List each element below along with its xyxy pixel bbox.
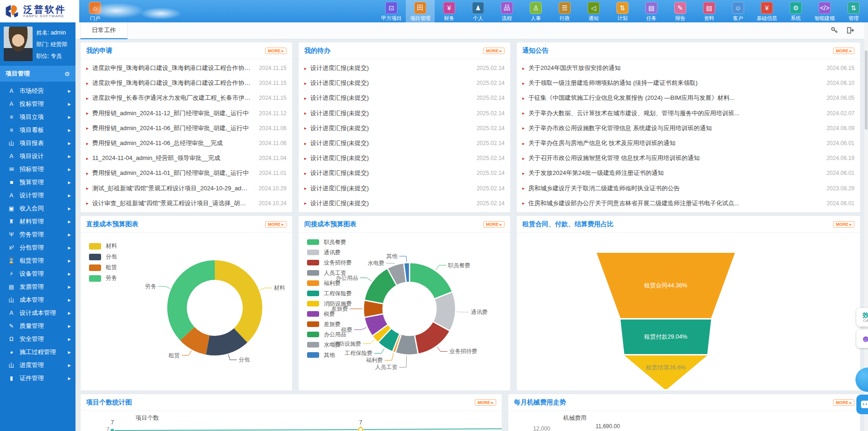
more-button[interactable]: MORE ▸: [833, 399, 854, 406]
nav-item-portal[interactable]: ⌂ 门户: [82, 0, 108, 22]
sidebar-item-7[interactable]: ■预算管理▶: [0, 176, 75, 189]
key-icon[interactable]: [831, 27, 838, 34]
nav-item-9[interactable]: ▤任务: [637, 0, 666, 22]
sidebar-item-21[interactable]: 山进度管理▶: [0, 359, 75, 372]
more-button[interactable]: MORE ▸: [475, 399, 496, 406]
sidebar-item-0[interactable]: A市场经营▶: [0, 84, 75, 97]
legend-item[interactable]: 分包: [89, 251, 117, 262]
assistant-widget[interactable]: ☻: [856, 329, 868, 348]
legend-item[interactable]: 福利费: [307, 278, 352, 288]
sidebar-item-18[interactable]: ✎质量管理▶: [0, 320, 75, 333]
more-button[interactable]: MORE ▸: [483, 221, 505, 228]
sidebar-item-6[interactable]: ✉招标管理▶: [0, 163, 75, 176]
list-item[interactable]: ▸费用报销_admin_2024-11-01_部门经理审批_胡建,_运行中202…: [86, 166, 287, 181]
list-item[interactable]: ▸设计进度汇报(未提交)2025.02.14: [304, 151, 505, 166]
list-item[interactable]: ▸进度款申报_珠海鹤港口建设_珠海鹤港口建设工程合作协议书_admin_...2…: [86, 76, 287, 90]
sidebar-item-19[interactable]: Ω安全管理▶: [0, 333, 75, 346]
list-item[interactable]: ▸设计进度汇报(未提交)2025.02.14: [304, 61, 505, 76]
list-item[interactable]: ▸关于召开市政公用设施智慧化管理 信息技术与应用培训班的通知2024.06.19: [522, 151, 854, 166]
nav-item-8[interactable]: ⇅计划: [608, 0, 637, 22]
more-button[interactable]: MORE ▸: [833, 221, 854, 228]
nav-item-2[interactable]: ¥财务: [435, 0, 464, 22]
ca-widget[interactable]: 效 CA: [856, 308, 868, 327]
notification-bubble[interactable]: [855, 368, 868, 392]
sidebar-item-8[interactable]: A设计管理▶: [0, 189, 75, 202]
nav-item-5[interactable]: ♙人事: [521, 0, 550, 22]
nav-item-16[interactable]: ⇅管理: [839, 0, 868, 22]
list-item[interactable]: ▸测试_彭祖新城"四馆"景观工程设计项目_2024-10-29_admin_结束…: [86, 181, 287, 196]
nav-item-14[interactable]: ⚙系统: [781, 0, 810, 22]
list-item[interactable]: ▸设计进度汇报(未提交)2025.02.14: [304, 166, 505, 181]
list-item[interactable]: ▸进度款申报_珠海鹤港口建设_珠海鹤港口建设工程合作协议书_admin_...2…: [86, 61, 287, 76]
legend-item[interactable]: 劳务: [89, 273, 117, 284]
sidebar-item-5[interactable]: A项目设计▶: [0, 150, 75, 163]
sidebar-item-22[interactable]: ▮证件管理▶: [0, 372, 75, 385]
list-item[interactable]: ▸进度款申报_长春市伊通河水力发电厂改建工程_长春市伊通河水力发电...2024…: [86, 90, 287, 105]
nav-item-12[interactable]: ☺客户: [724, 0, 752, 22]
list-item[interactable]: ▸设计进度汇报(未提交)2025.02.14: [304, 121, 505, 136]
legend-item[interactable]: 差旅费: [307, 319, 352, 329]
nav-item-10[interactable]: ✎报告: [666, 0, 695, 22]
list-item[interactable]: ▸关于举办住房与房地产信息化 技术及应用培训班的通知2024.06.01: [522, 136, 854, 151]
sidebar-item-3[interactable]: ≡项目看板▶: [0, 124, 75, 137]
list-item[interactable]: ▸设计进度汇报(未提交)2025.02.14: [304, 76, 505, 90]
legend-item[interactable]: 其他: [307, 350, 352, 360]
legend-item[interactable]: 人员工资: [307, 268, 352, 278]
list-item[interactable]: ▸设计进度汇报(未提交)2025.02.14: [304, 181, 505, 196]
legend-item[interactable]: 办公用品: [307, 329, 352, 340]
legend-item[interactable]: 租赁: [89, 262, 117, 273]
chat-widget[interactable]: 45: [856, 395, 868, 414]
list-item[interactable]: ▸设计进度汇报(未提交)2025.02.14: [304, 90, 505, 105]
list-item[interactable]: ▸费用报销_admin_2024-11-06_部门经理审批_胡建,_运行中202…: [86, 121, 287, 136]
tab-daily-work[interactable]: 日常工作: [80, 22, 128, 39]
sidebar-item-12[interactable]: x²分包管理▶: [0, 241, 75, 254]
scrollbar-thumb[interactable]: [865, 50, 868, 130]
sidebar-item-17[interactable]: A设计成本管理▶: [0, 306, 75, 320]
list-item[interactable]: ▸关于2024年国庆节放假安排的通知2024.06.15: [522, 61, 854, 76]
list-item[interactable]: ▸关于举办市政公用设施数字化管理信息 系统建设与应用培训班的通知2024.06.…: [522, 121, 854, 136]
list-item[interactable]: ▸设计审查_彭祖新城"四馆"景观工程设计项目_请选择_胡广生_2024-10-2…: [86, 196, 287, 211]
list-item[interactable]: ▸房和城乡建设厅关于取消二级建造师临时执业证书的公告2023.08.29: [522, 181, 854, 196]
sidebar-item-14[interactable]: ⚡设备管理▶: [0, 267, 75, 280]
sidebar-item-20[interactable]: ◕施工过程管理▶: [0, 346, 75, 359]
legend-item[interactable]: 材料: [89, 241, 117, 251]
list-item[interactable]: ▸设计进度汇报(未提交)2025.02.14: [304, 106, 505, 121]
sidebar-item-15[interactable]: ▤发票管理▶: [0, 280, 75, 293]
legend-item[interactable]: 通讯费: [307, 247, 352, 257]
nav-item-0[interactable]: ⊡甲方项目: [377, 0, 406, 22]
nav-item-15[interactable]: </>智能建模: [810, 0, 839, 22]
list-item[interactable]: ▸住房和城乡建设部办公厅关于同意吉林省开展二级建造师注册证书电子化试点...20…: [522, 196, 854, 211]
list-item[interactable]: ▸于征集《中国建筑施工行业信息化发展报告 (2024) —BIM应用与发展》材料…: [522, 90, 854, 105]
nav-item-3[interactable]: ♟个人: [464, 0, 492, 22]
legend-item[interactable]: 税费: [307, 309, 352, 319]
list-item[interactable]: ▸关于举办大数据、云计算技术在城市建设、规划、管理与服务中的应用培训班...20…: [522, 106, 854, 121]
nav-item-11[interactable]: ▤资料: [695, 0, 724, 22]
list-item[interactable]: ▸设计进度汇报(未提交)2025.02.14: [304, 196, 505, 211]
legend-item[interactable]: 水电费: [307, 340, 352, 350]
nav-item-6[interactable]: ☰行政: [550, 0, 579, 22]
nav-item-7[interactable]: ◁通知: [579, 0, 608, 22]
nav-item-4[interactable]: 品流程: [492, 0, 521, 22]
logout-icon[interactable]: [847, 27, 854, 34]
sidebar-item-2[interactable]: ≡项目立项▶: [0, 111, 75, 124]
more-button[interactable]: MORE ▸: [483, 48, 505, 54]
legend-item[interactable]: 业务招待费: [307, 257, 352, 268]
list-item[interactable]: ▸费用报销_admin_2024-11-12_部门经理审批_胡建,_运行中202…: [86, 106, 287, 121]
legend-item[interactable]: 消防设施费: [307, 299, 352, 309]
list-item[interactable]: ▸费用报销_admin_2024-11-06_总经理审批__完成2024.11.…: [86, 136, 287, 151]
sidebar-item-11[interactable]: Ψ劳务管理▶: [0, 228, 75, 241]
more-button[interactable]: MORE ▸: [265, 48, 287, 54]
sidebar-item-1[interactable]: A投标管理▶: [0, 97, 75, 111]
sidebar-item-16[interactable]: 山成本管理▶: [0, 293, 75, 306]
nav-item-13[interactable]: ¥基础信息: [752, 0, 781, 22]
legend-item[interactable]: 职员餐费: [307, 237, 352, 247]
sidebar-item-10[interactable]: ♜材料管理▶: [0, 215, 75, 228]
list-item[interactable]: ▸设计进度汇报(未提交)2025.02.14: [304, 136, 505, 151]
legend-item[interactable]: 工程保险费: [307, 288, 352, 299]
list-item[interactable]: ▸关于领取一级注册建造师增项贴的通知 (须持一建证书前来领取)2024.06.1…: [522, 76, 854, 90]
more-button[interactable]: MORE ▸: [833, 48, 854, 54]
gear-icon[interactable]: ⚙: [64, 70, 70, 77]
list-item[interactable]: ▸11_2024-11-04_admin_经营部_领导审批__完成2024.11…: [86, 151, 287, 166]
nav-item-1[interactable]: 田项目管理: [406, 0, 435, 22]
sidebar-item-4[interactable]: 山项目报表▶: [0, 137, 75, 150]
